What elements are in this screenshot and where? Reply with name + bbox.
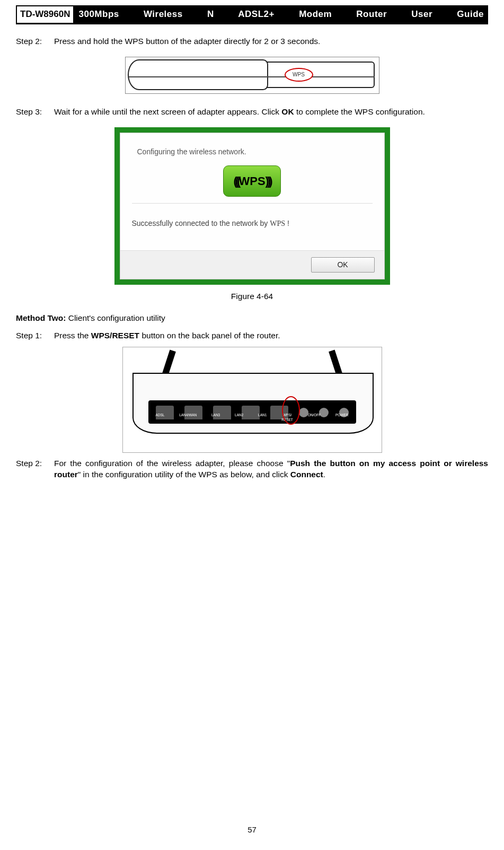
m2-step-1-bold: WPS/RESET <box>91 331 139 340</box>
ok-button[interactable]: OK <box>311 257 375 273</box>
step-2-text: Press and hold the WPS button of the ada… <box>54 36 488 47</box>
step-2: Step 2: Press and hold the WPS button of… <box>16 36 488 47</box>
dialog-success-wps: WPS <box>270 220 285 227</box>
label-adsl: ADSL <box>155 413 164 423</box>
m2-step-2-label: Step 2: <box>16 458 54 480</box>
model-number: TD-W8960N <box>16 5 74 23</box>
page-number: 57 <box>0 825 504 835</box>
wps-label: WPS <box>293 71 305 78</box>
m2-step-1-text: Press the WPS/RESET button on the back p… <box>54 330 488 341</box>
m2-step-1: Step 1: Press the WPS/RESET button on th… <box>16 330 488 341</box>
port-labels: ADSL LAN4/WAN LAN3 LAN2 LAN1 WPS/ RESET … <box>148 413 356 423</box>
dialog-top: Configuring the wireless network. (((WPS… <box>120 133 384 204</box>
wave-left-icon: ((( <box>233 174 238 188</box>
m2-step-2-c: . <box>323 470 325 479</box>
figure-4-64-label: Figure 4-64 <box>16 291 488 302</box>
method-two-bold: Method Two: <box>16 313 66 322</box>
m2-step-2-bold2: Connect <box>290 470 323 479</box>
m2-step-2-text: For the configuration of the wireless ad… <box>54 458 488 480</box>
dialog-success-msg: Successfully connected to the network by… <box>120 204 384 250</box>
m2-step-2: Step 2: For the configuration of the wir… <box>16 458 488 480</box>
port-strip: ADSL LAN4/WAN LAN3 LAN2 LAN1 WPS/ RESET … <box>148 400 356 424</box>
wps-badge-icon: (((WPS))) <box>223 165 280 197</box>
step-3-text-b: to complete the WPS configuration. <box>294 107 425 116</box>
step-3-ok-bold: OK <box>281 107 294 116</box>
m2-step-1-a: Press the <box>54 331 91 340</box>
dialog-inner: Configuring the wireless network. (((WPS… <box>120 133 385 279</box>
router-back-figure: ADSL LAN4/WAN LAN3 LAN2 LAN1 WPS/ RESET … <box>122 347 382 453</box>
step-2-label: Step 2: <box>16 36 54 47</box>
label-lan2: LAN2 <box>235 413 243 423</box>
m2-step-1-label: Step 1: <box>16 330 54 341</box>
dialog-success-b: ! <box>285 219 289 227</box>
adapter-figure: WPS <box>125 57 379 94</box>
step-3-label: Step 3: <box>16 107 54 118</box>
wps-reset-highlight <box>282 396 300 425</box>
step-3-text-a: Wait for a while until the next screen o… <box>54 107 281 116</box>
m2-step-2-b: " in the configuration utility of the WP… <box>78 470 290 479</box>
dialog-configuring-text: Configuring the wireless network. <box>137 147 369 157</box>
wps-dialog-figure: Configuring the wireless network. (((WPS… <box>114 127 390 285</box>
label-onoff: ON/OFF <box>308 413 321 423</box>
adapter-body <box>128 59 268 90</box>
dialog-success-a: Successfully connected to the network by <box>132 219 270 227</box>
method-two-heading: Method Two: Client's configuration utili… <box>16 313 488 324</box>
step-3: Step 3: Wait for a while until the next … <box>16 107 488 118</box>
label-lan4: LAN4/WAN <box>179 413 197 423</box>
label-lan1: LAN1 <box>258 413 267 423</box>
guide-title: 300Mbps Wireless N ADSL2+ Modem Router U… <box>74 5 488 23</box>
wave-right-icon: ))) <box>266 174 271 188</box>
page-header: TD-W8960N 300Mbps Wireless N ADSL2+ Mode… <box>16 5 488 24</box>
dialog-footer: OK <box>120 250 384 279</box>
m2-step-1-b: button on the back panel of the router. <box>139 331 280 340</box>
step-3-text: Wait for a while until the next screen o… <box>54 107 488 118</box>
m2-step-2-a: For the configuration of the wireless ad… <box>54 459 290 468</box>
method-two-desc: Client's configuration utility <box>66 313 165 322</box>
label-lan3: LAN3 <box>211 413 220 423</box>
wps-button-highlight: WPS <box>285 68 313 82</box>
wps-badge-text: WPS <box>238 174 265 188</box>
label-power: POWER <box>335 413 349 423</box>
